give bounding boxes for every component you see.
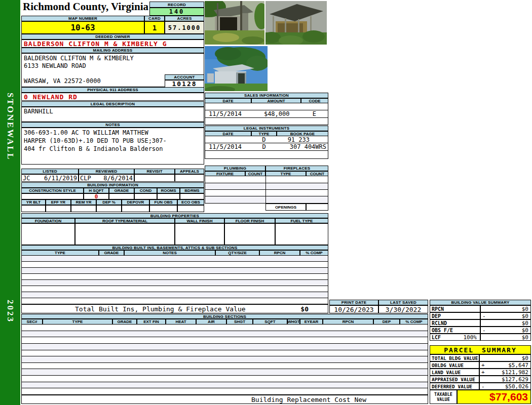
builtins-grade-label: GRADE [99,250,124,256]
ps-deferred-value: $50,026 [505,383,528,390]
building-properties-title: BUILDING PROPERTIES [21,213,328,218]
bvs-obsfe-cell: -$0 [480,327,531,334]
deppct-value [96,205,122,212]
foundation-value [21,223,75,245]
li-bookpage-label: BOOK PAGE [277,131,328,136]
bvs-dep-label: DEP [430,312,480,319]
sales-information-title: SALES INFORMATION [205,93,328,98]
ps-total-bldg-value: $0 [522,355,528,361]
building-sections-title: BUILDING SECTIONS [21,314,428,319]
building-info-value-row-1: 0 [21,193,204,199]
building-value-summary-title: BUILDING VALUE SUMMARY [430,300,531,305]
physical-address-label: PHYSICAL 911 ADDRESS [21,87,204,93]
bs-sec-label: SEC# [21,319,43,325]
taxable-value-amount: $77,603 [457,390,531,404]
bvs-row-lcf: LCF100% $0 [430,334,531,341]
built-ins-total-value: $0 [300,305,309,313]
li-row2-type: D [251,143,277,150]
bvs-lcf-label-cell: LCF100% [430,334,480,341]
built-ins-total-label: Total Built Ins, Plumbing & Fireplace Va… [75,305,246,313]
ps-appraised-value: $127,629 [502,376,528,383]
plumbing-fireplaces-divider [265,176,266,204]
listed-label: LISTED [21,169,79,174]
ps-obldg-value: $5,647 [508,362,528,369]
ps-row-land: LAND VALUE +$121,982 [430,369,531,376]
ps-land-value: $121,982 [502,369,528,376]
sales-row-3 [205,118,328,125]
builtins-rpcn-label: RPCN [259,250,300,256]
roof-type-value [75,223,175,245]
plumbing-fixture-label: FIXTURE [205,171,245,176]
district-sidebar: STONEWALL 2023 [0,0,20,405]
li-date-label: DATE [205,131,251,136]
bvs-rpcn-value: $0 [522,306,528,312]
fireplaces-count-label: COUNT [306,171,328,176]
property-photo-1[interactable] [205,1,264,45]
building-properties-value-row [21,223,328,245]
card-number-value: 1 [144,21,165,34]
construction-style-label: CONSTRUCTION STYLE [21,188,84,193]
bvs-lcf-value: $0 [522,334,528,341]
bs-whgt-label: WHGT [287,319,300,325]
li-row-2: 11/5/2014 D 307 404WRS [205,143,328,151]
bvs-lcf-cell: $0 [480,334,531,341]
building-information-title: BUILDING INFORMATION [21,182,204,188]
fuel-type-label: FUEL TYPE [275,218,328,223]
sales-amount-label: AMOUNT [251,98,301,103]
legal-instruments-rows: D 91 233 11/5/2014 D 307 404WRS [205,136,328,159]
property-photo-3[interactable] [205,46,268,91]
fuel-type-value [275,223,328,245]
last-saved-value: 3/30/2022 [378,305,428,313]
rooms-label: ROOMS [157,188,180,193]
property-photo-2[interactable] [265,1,327,45]
li-row2-date: 11/5/2014 [205,143,251,150]
record-value: 140 [149,8,204,16]
bvs-row-obsfe: OBS F/E -$0 [430,327,531,334]
revisit-label: REVISIT [134,169,175,174]
taxable-label-line2: VALUE [437,397,450,402]
card-label: CARD [144,16,165,21]
reviewed-by: CLP [80,175,91,182]
hsqft-value: 0 [84,193,109,199]
ps-land-cell: +$121,982 [479,369,531,376]
ps-land-sign: + [481,369,485,376]
bvs-rpcn-cell: $0 [480,305,531,312]
bvs-obsfe-value: $0 [522,327,528,334]
mailing-line-1: BALDERSON CLIFTON M & KIMBERLY [24,55,134,62]
li-row-1: D 91 233 [205,136,328,143]
account-value: 10128 [165,80,204,88]
sales-date-label: DATE [205,98,251,103]
effyr-value [46,205,71,212]
farm-shed-photo [205,1,264,45]
plumbing-count-label: COUNT [245,171,265,176]
notes-line-3: 404 fr Clifton B & Indianola Balderson [24,145,163,152]
bvs-rclnd-label: RCLND [430,319,480,327]
tax-year: 2023 [0,289,20,334]
bvs-dep-sign: - [482,313,486,319]
ps-total-bldg-label: TOTAL BLDG VALUE [430,354,479,361]
notes-line-2: HARPER (10-63D)+.10 DED TO PUB USE;307- [24,137,167,144]
effyr-label: EFF YR [46,199,71,205]
mailing-address-label: MAILING ADDRESS [21,48,204,53]
revisit-value [134,174,175,182]
listed-date: 6/11/2019 [44,175,77,182]
acres-value: 57.1000 [165,21,204,34]
openings-value [306,204,328,211]
building-sections-footer-row: Building Replacement Cost New [21,395,428,404]
ps-deferred-cell: -$50,026 [479,383,531,390]
notes-line-1: 306-693-1.00 AC TO WILLIAM MATTHEW [24,129,148,136]
roof-type-label: ROOF TYPE/MATERIAL [75,218,175,223]
bs-extfin-label: EXT FIN [137,319,166,325]
building-properties-header-row: FOUNDATION ROOF TYPE/MATERIAL WALL FINIS… [21,218,328,223]
sale-code: E [301,110,328,117]
mailing-line-3: WARSAW, VA 22572-0000 [24,77,101,85]
sales-rows: 11/5/2014 $48,000 E [205,103,328,125]
sales-row-2: 11/5/2014 $48,000 E [205,110,328,118]
taxable-label-line1: TAXABLE [434,392,452,397]
parcel-summary-title: PARCEL SUMMARY [430,345,531,354]
district-name: STONEWALL [0,76,20,177]
floor-finish-value [224,223,275,245]
bvs-rpcn-label: RPCN [430,305,480,312]
taxable-value-label: TAXABLE VALUE [430,390,457,404]
deppct-label: DEP % [96,199,122,205]
